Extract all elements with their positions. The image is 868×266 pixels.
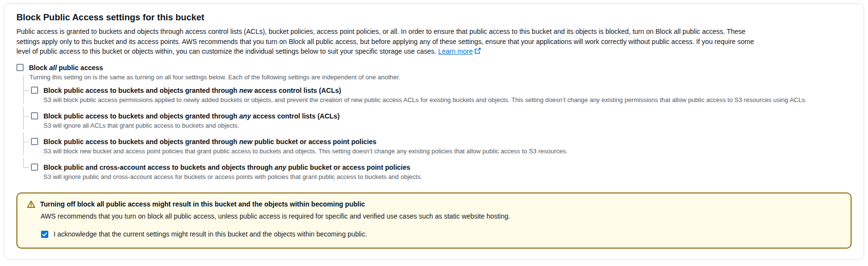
setting-description: S3 will block public access permissions … [43, 96, 852, 104]
block-all-public-access-checkbox[interactable] [16, 64, 24, 71]
acknowledge-label: I acknowledge that the current settings … [54, 230, 367, 238]
block-cross-account-checkbox[interactable] [31, 163, 38, 171]
panel-title: Block Public Access settings for this bu… [16, 12, 852, 23]
bpa-setting-row-any-policies: Block public and cross-account access to… [23, 158, 852, 181]
panel-description-text: Public access is granted to buckets and … [16, 28, 754, 55]
warning-title: Turning off block all public access migh… [40, 200, 365, 209]
panel-description: Public access is granted to buckets and … [16, 27, 754, 57]
public-access-warning-alert: Turning off block all public access migh… [16, 192, 852, 249]
block-new-policies-checkbox[interactable] [31, 138, 38, 145]
block-all-description: Turning this setting on is the same as t… [23, 74, 852, 81]
setting-label: Block public access to buckets and objec… [43, 86, 341, 95]
acknowledge-row: I acknowledge that the current settings … [41, 230, 841, 238]
block-all-public-access-setting: Block all public access Turning this set… [16, 63, 852, 181]
warning-icon [27, 200, 35, 210]
warning-body: AWS recommends that you turn on block al… [41, 212, 841, 221]
block-public-access-panel: Block Public Access settings for this bu… [4, 3, 864, 260]
bpa-setting-row-new-acls: Block public access to buckets and objec… [23, 81, 852, 104]
setting-description: S3 will ignore all ACLs that grant publi… [43, 122, 852, 130]
block-all-public-access-label: Block all public access [29, 63, 103, 72]
external-link-icon [474, 47, 481, 57]
acknowledge-checkbox[interactable] [41, 231, 48, 238]
setting-description: S3 will block new bucket and access poin… [43, 148, 852, 155]
setting-label: Block public access to buckets and objec… [43, 112, 340, 120]
setting-label: Block public access to buckets and objec… [43, 137, 376, 146]
bpa-setting-row-new-policies: Block public access to buckets and objec… [23, 133, 852, 155]
learn-more-link[interactable]: Learn more [438, 47, 481, 55]
block-new-acls-checkbox[interactable] [31, 87, 38, 94]
setting-label: Block public and cross-account access to… [43, 163, 410, 172]
bpa-settings-tree: Turning this setting on is the same as t… [23, 74, 852, 181]
setting-description: S3 will ignore public and cross-account … [43, 173, 852, 181]
bpa-setting-row-any-acls: Block public access to buckets and objec… [23, 107, 852, 130]
block-any-acls-checkbox[interactable] [31, 112, 38, 119]
